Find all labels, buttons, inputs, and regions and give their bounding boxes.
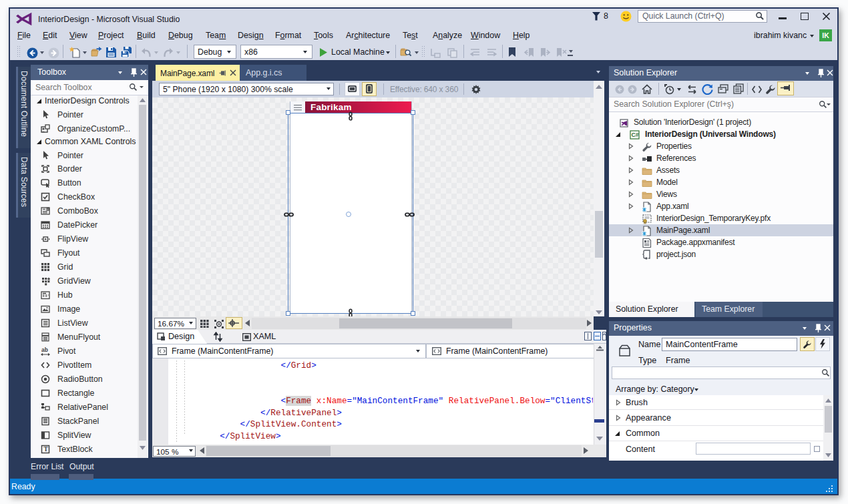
svg-text:T: T bbox=[43, 446, 48, 453]
svg-text:C#: C# bbox=[632, 132, 639, 138]
svg-text:ab: ab bbox=[41, 346, 48, 353]
